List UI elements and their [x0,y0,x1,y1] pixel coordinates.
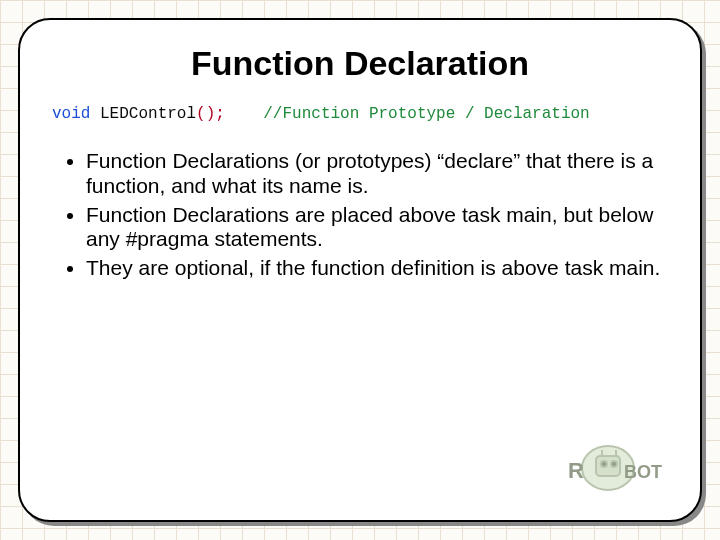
code-comment: //Function Prototype / Declaration [263,105,589,123]
code-keyword: void [52,105,90,123]
code-example: void LEDControl(); //Function Prototype … [52,105,676,123]
svg-point-3 [611,461,617,467]
bullet-item: They are optional, if the function defin… [86,256,666,281]
slide-title: Function Declaration [44,44,676,83]
robot-logo: R BOT [546,438,666,498]
code-parens: (); [196,105,225,123]
bullet-list: Function Declarations (or prototypes) “d… [86,149,666,281]
slide-frame: Function Declaration void LEDControl(); … [18,18,702,522]
code-function-name: LEDControl [100,105,196,123]
logo-text-left: R [568,458,584,483]
svg-point-2 [601,461,607,467]
logo-text-right: BOT [624,462,662,482]
bullet-item: Function Declarations (or prototypes) “d… [86,149,666,199]
bullet-item: Function Declarations are placed above t… [86,203,666,253]
